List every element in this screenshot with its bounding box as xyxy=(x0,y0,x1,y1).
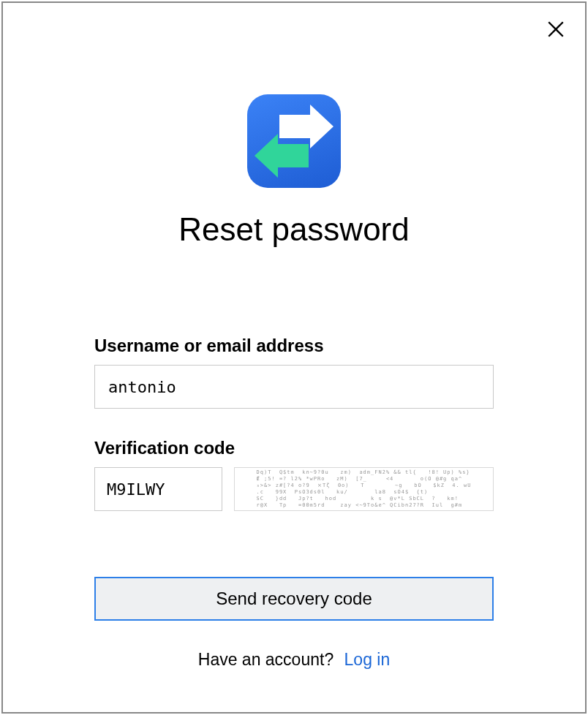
app-logo xyxy=(247,94,341,188)
captcha-ascii-art: Dq)T Q$tm kn~9?0u zm) adm_FN2% && tl{ !8… xyxy=(257,469,472,509)
page-title: Reset password xyxy=(178,211,409,248)
username-label: Username or email address xyxy=(94,336,494,356)
swap-arrows-icon xyxy=(247,94,341,188)
reset-form: Username or email address Verification c… xyxy=(94,336,494,670)
verification-label: Verification code xyxy=(94,438,494,458)
verification-row: Dq)T Q$tm kn~9?0u zm) adm_FN2% && tl{ !8… xyxy=(94,467,494,511)
close-button[interactable] xyxy=(544,18,568,41)
close-icon xyxy=(546,20,565,39)
verification-field-group: Verification code Dq)T Q$tm kn~9?0u zm) … xyxy=(94,438,494,511)
login-link[interactable]: Log in xyxy=(344,650,391,669)
username-input[interactable] xyxy=(94,365,494,409)
username-field-group: Username or email address xyxy=(94,336,494,409)
dialog-content: Reset password Username or email address… xyxy=(3,3,585,670)
footer: Have an account? Log in xyxy=(94,650,494,670)
footer-prompt: Have an account? xyxy=(198,650,333,669)
reset-password-dialog: Reset password Username or email address… xyxy=(1,1,587,714)
send-recovery-button[interactable]: Send recovery code xyxy=(94,577,494,621)
captcha-image[interactable]: Dq)T Q$tm kn~9?0u zm) adm_FN2% && tl{ !8… xyxy=(234,467,494,511)
verification-input[interactable] xyxy=(94,467,222,511)
